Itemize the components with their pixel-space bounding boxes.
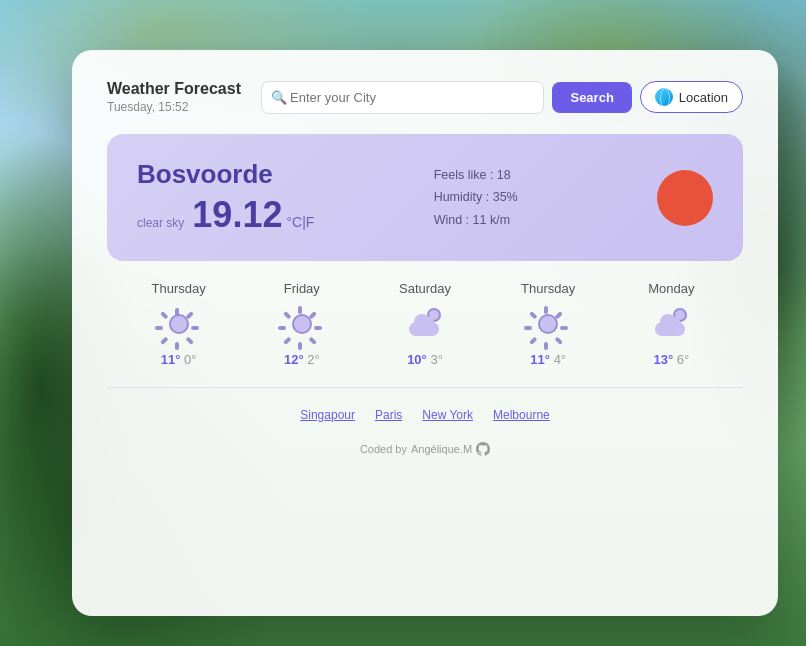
search-button[interactable]: Search <box>552 82 631 113</box>
forecast-row: Thursday 11° 0° Friday <box>107 281 743 367</box>
location-label: Location <box>679 90 728 105</box>
weather-details: Feels like : 18 Humidity : 35% Wind : 11… <box>434 164 518 232</box>
city-name: Bosvoorde <box>137 159 314 190</box>
current-weather-sun-icon <box>657 170 713 226</box>
shortcut-paris[interactable]: Paris <box>375 408 402 422</box>
forecast-temps-1: 11° 0° <box>161 352 197 367</box>
app-title-section: Weather Forecast Tuesday, 15:52 <box>107 80 241 114</box>
forecast-day-name-2: Friday <box>284 281 320 296</box>
author-name: Angélique.M <box>411 443 472 455</box>
forecast-icon-4 <box>528 304 568 344</box>
github-icon <box>476 442 490 456</box>
city-search-input[interactable] <box>261 81 544 114</box>
search-area: 🔍 Search Location <box>261 81 743 114</box>
forecast-day-5: Monday 13° 6° <box>610 281 733 367</box>
header: Weather Forecast Tuesday, 15:52 🔍 Search… <box>107 80 743 114</box>
forecast-day-name-5: Monday <box>648 281 694 296</box>
humidity: Humidity : 35% <box>434 186 518 209</box>
forecast-temps-3: 10° 3° <box>407 352 443 367</box>
forecast-day-name-3: Saturday <box>399 281 451 296</box>
forecast-day-2: Friday 12° 2° <box>240 281 363 367</box>
app-title: Weather Forecast <box>107 80 241 98</box>
wind: Wind : 11 k/m <box>434 209 518 232</box>
forecast-day-name-4: Thursday <box>521 281 575 296</box>
forecast-temps-4: 11° 4° <box>530 352 566 367</box>
forecast-icon-1 <box>159 304 199 344</box>
forecast-icon-2 <box>282 304 322 344</box>
forecast-day-name-1: Thursday <box>152 281 206 296</box>
temperature-value: 19.12 <box>192 194 282 236</box>
forecast-day-3: Saturday 10° 3° <box>363 281 486 367</box>
globe-icon <box>655 88 673 106</box>
app-subtitle: Tuesday, 15:52 <box>107 100 241 114</box>
city-section: Bosvoorde clear sky 19.12 °C|F <box>137 159 314 236</box>
forecast-day-1: Thursday 11° 0° <box>117 281 240 367</box>
shortcut-singapour[interactable]: Singapour <box>300 408 355 422</box>
divider <box>107 387 743 388</box>
shortcut-melbourne[interactable]: Melbourne <box>493 408 550 422</box>
weather-description: clear sky <box>137 216 184 230</box>
forecast-temps-2: 12° 2° <box>284 352 320 367</box>
feels-like: Feels like : 18 <box>434 164 518 187</box>
location-button[interactable]: Location <box>640 81 743 113</box>
forecast-icon-5 <box>651 304 691 344</box>
forecast-day-4: Thursday 11° 4° <box>487 281 610 367</box>
main-card: Weather Forecast Tuesday, 15:52 🔍 Search… <box>72 50 778 616</box>
forecast-icon-3 <box>405 304 445 344</box>
search-input-wrap: 🔍 <box>261 81 544 114</box>
temperature-unit: °C|F <box>286 214 314 230</box>
city-shortcuts: Singapour Paris New York Melbourne <box>107 408 743 422</box>
footer: Coded by Angélique.M <box>107 442 743 456</box>
coded-by-text: Coded by <box>360 443 407 455</box>
shortcut-newyork[interactable]: New York <box>422 408 473 422</box>
forecast-temps-5: 13° 6° <box>654 352 690 367</box>
temp-row: clear sky 19.12 °C|F <box>137 194 314 236</box>
search-icon: 🔍 <box>271 90 287 105</box>
current-weather-card: Bosvoorde clear sky 19.12 °C|F Feels lik… <box>107 134 743 261</box>
